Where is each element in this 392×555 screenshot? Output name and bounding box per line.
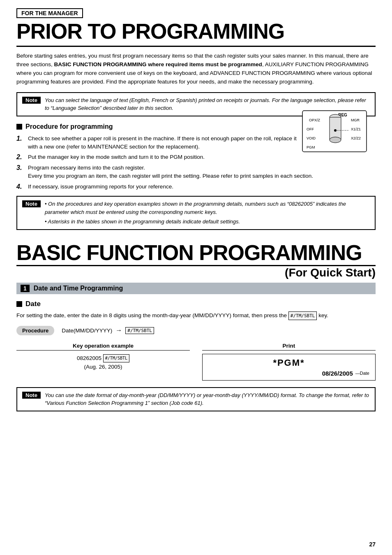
section1-bar: 1 Date and Time Programming [16, 283, 376, 294]
svg-text:PGM: PGM [307, 145, 315, 149]
date-heading: Date [16, 300, 376, 308]
key-switch-diagram: REG OPX/Z MGR OFF X1/Z1 VOID X2/Z2 PGM [302, 110, 367, 154]
svg-text:MGR: MGR [351, 118, 360, 122]
section1-num: 1 [21, 285, 30, 292]
intro-paragraph: Before starting sales entries, you must … [16, 52, 376, 86]
note-box-3: Note You can use the date format of day-… [16, 387, 376, 411]
note-label-3: Note [22, 392, 41, 399]
htmsbtl-key-inline: #/TM/SBTL [288, 311, 317, 320]
basic-section: BASIC FUNCTION PROGRAMMING (For Quick St… [16, 242, 376, 279]
svg-text:OFF: OFF [307, 127, 314, 131]
note-label-2: Note [22, 200, 41, 207]
procedure-key: #/TM/SBTL [125, 327, 154, 334]
date-row: 08/26/2005 —Date [208, 370, 369, 377]
procedure-heading-text: Procedure for programming [25, 123, 113, 130]
basic-title: BASIC FUNCTION PROGRAMMING [16, 242, 376, 266]
svg-point-11 [330, 137, 341, 143]
print-title: Print [202, 343, 376, 351]
procedure-row: Procedure Date(MM/DD/YYYY) → #/TM/SBTL [16, 326, 376, 335]
date-label-small: —Date [355, 371, 369, 376]
note-box-2: Note • On the procedures and key operati… [16, 196, 376, 230]
pgm-label: *PGM* [208, 358, 369, 368]
step-3: 3. Program necessary items into the cash… [16, 164, 376, 181]
print-box: *PGM* 08/26/2005 —Date [202, 354, 376, 381]
for-manager-label: FOR THE MANAGER [21, 10, 78, 16]
step-1: 1. Check to see whether a paper roll is … [16, 135, 302, 151]
svg-text:X1/Z1: X1/Z1 [351, 127, 361, 131]
basic-subtitle: (For Quick Start) [16, 266, 376, 279]
step-2: 2. Put the manager key in the mode switc… [16, 153, 302, 162]
square-icon-date [16, 301, 22, 307]
note-text-1: You can select the language of text (Eng… [45, 96, 370, 112]
key-op-title: Key operation example [16, 343, 190, 351]
section1-title: Date and Time Programming [34, 285, 123, 292]
key-op-badge: #/TM/SBTL [103, 354, 129, 362]
page-number: 27 [369, 541, 376, 548]
prior-title: PRIOR TO PROGRAMMING [16, 20, 376, 47]
svg-rect-10 [330, 117, 341, 140]
key-operation-section: Key operation example 08262005 #/TM/SBTL… [16, 343, 190, 381]
key-op-content: 08262005 #/TM/SBTL (Aug. 26, 2005) [16, 354, 190, 372]
key-print-table: Key operation example 08262005 #/TM/SBTL… [16, 343, 376, 381]
date-intro: For setting the date, enter the date in … [16, 311, 376, 320]
note-text-3: You can use the date format of day-month… [45, 391, 370, 407]
note-text-2: • On the procedures and key operation ex… [45, 200, 370, 226]
square-icon-1 [16, 124, 22, 130]
procedure-badge: Procedure [16, 326, 54, 335]
date-heading-text: Date [25, 300, 41, 308]
svg-text:VOID: VOID [307, 136, 316, 140]
svg-text:X2/Z2: X2/Z2 [351, 136, 361, 140]
svg-point-13 [334, 129, 337, 132]
procedure-flow: Date(MM/DD/YYYY) → #/TM/SBTL [62, 327, 154, 334]
svg-text:OPX/Z: OPX/Z [309, 118, 321, 122]
procedure-arrow: → [115, 327, 122, 334]
step-4: 4. If necessary, issue programming repor… [16, 183, 376, 191]
for-manager-box: FOR THE MANAGER [16, 8, 83, 18]
note-label-1: Note [22, 97, 41, 104]
print-date-value: 08/26/2005 [322, 370, 353, 377]
print-section: Print *PGM* 08/26/2005 —Date [202, 343, 376, 381]
